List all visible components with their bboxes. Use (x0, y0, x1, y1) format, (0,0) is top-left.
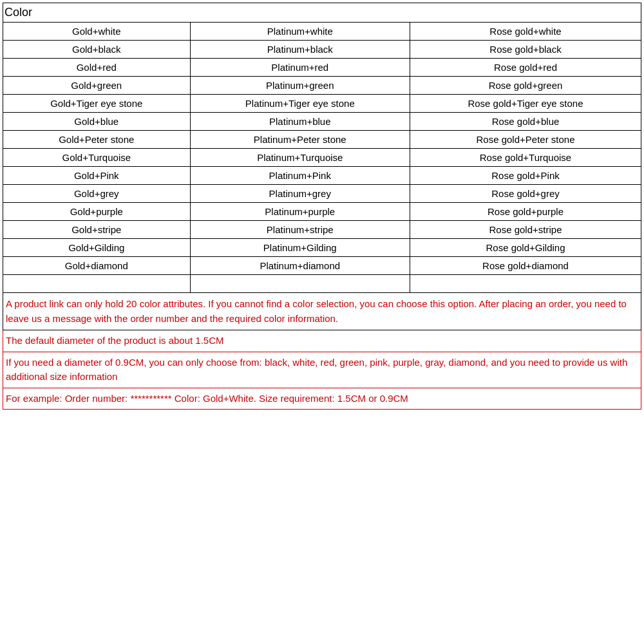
table-row: Gold+PinkPlatinum+PinkRose gold+Pink (3, 167, 641, 185)
table-row: Gold+GildingPlatinum+GildingRose gold+Gi… (3, 239, 641, 257)
table-cell: Gold+blue (3, 113, 191, 131)
section-title: Color (3, 3, 641, 22)
table-cell: Platinum+Turquoise (190, 149, 410, 167)
table-row: Gold+stripePlatinum+stripeRose gold+stri… (3, 221, 641, 239)
table-cell-empty (190, 275, 410, 293)
table-cell: Rose gold+Turquoise (410, 149, 641, 167)
table-cell: Platinum+Gilding (190, 239, 410, 257)
table-cell: Rose gold+diamond (410, 257, 641, 275)
table-cell: Rose gold+stripe (410, 221, 641, 239)
notice-2-text: The default diameter of the product is a… (6, 334, 638, 348)
table-cell: Platinum+purple (190, 203, 410, 221)
notice-3-text: If you need a diameter of 0.9CM, you can… (6, 355, 638, 384)
notice-1-text: A product link can only hold 20 color at… (6, 297, 638, 326)
notice-2-box: The default diameter of the product is a… (3, 330, 641, 352)
table-cell: Rose gold+Tiger eye stone (410, 95, 641, 113)
table-cell: Rose gold+Gilding (410, 239, 641, 257)
table-cell: Platinum+diamond (190, 257, 410, 275)
table-cell: Platinum+blue (190, 113, 410, 131)
table-row: Gold+greyPlatinum+greyRose gold+grey (3, 185, 641, 203)
notice-4-box: For example: Order number: *********** C… (3, 388, 641, 410)
table-cell: Platinum+black (190, 41, 410, 59)
table-cell: Platinum+grey (190, 185, 410, 203)
table-cell: Gold+Peter stone (3, 131, 191, 149)
table-cell: Platinum+white (190, 23, 410, 41)
table-cell: Gold+Tiger eye stone (3, 95, 191, 113)
table-cell: Gold+white (3, 23, 191, 41)
table-row: Gold+purplePlatinum+purpleRose gold+purp… (3, 203, 641, 221)
table-cell: Platinum+green (190, 77, 410, 95)
table-cell: Rose gold+Pink (410, 167, 641, 185)
table-cell: Platinum+Tiger eye stone (190, 95, 410, 113)
table-row: Gold+blackPlatinum+blackRose gold+black (3, 41, 641, 59)
table-cell: Rose gold+grey (410, 185, 641, 203)
notice-box: A product link can only hold 20 color at… (3, 293, 641, 330)
table-cell: Gold+diamond (3, 257, 191, 275)
table-cell: Rose gold+white (410, 23, 641, 41)
table-cell: Platinum+Pink (190, 167, 410, 185)
table-cell: Rose gold+red (410, 59, 641, 77)
table-cell: Gold+red (3, 59, 191, 77)
table-cell: Rose gold+purple (410, 203, 641, 221)
page-wrapper: Color Gold+whitePlatinum+whiteRose gold+… (0, 0, 644, 412)
table-empty-row (3, 275, 641, 293)
table-cell: Gold+grey (3, 185, 191, 203)
notice-4-text: For example: Order number: *********** C… (6, 392, 638, 406)
table-row: Gold+Peter stonePlatinum+Peter stoneRose… (3, 131, 641, 149)
table-cell: Gold+black (3, 41, 191, 59)
table-cell: Gold+Turquoise (3, 149, 191, 167)
table-cell: Rose gold+Peter stone (410, 131, 641, 149)
table-cell: Platinum+Peter stone (190, 131, 410, 149)
table-row: Gold+diamondPlatinum+diamondRose gold+di… (3, 257, 641, 275)
table-cell: Rose gold+black (410, 41, 641, 59)
table-cell-empty (410, 275, 641, 293)
table-cell: Gold+green (3, 77, 191, 95)
table-cell: Gold+Pink (3, 167, 191, 185)
table-cell: Gold+Gilding (3, 239, 191, 257)
table-cell: Platinum+stripe (190, 221, 410, 239)
color-table: Gold+whitePlatinum+whiteRose gold+whiteG… (3, 22, 641, 293)
table-row: Gold+TurquoisePlatinum+TurquoiseRose gol… (3, 149, 641, 167)
table-cell: Gold+stripe (3, 221, 191, 239)
table-row: Gold+bluePlatinum+blueRose gold+blue (3, 113, 641, 131)
table-cell-empty (3, 275, 191, 293)
table-cell: Platinum+red (190, 59, 410, 77)
table-row: Gold+whitePlatinum+whiteRose gold+white (3, 23, 641, 41)
table-row: Gold+greenPlatinum+greenRose gold+green (3, 77, 641, 95)
notice-3-box: If you need a diameter of 0.9CM, you can… (3, 352, 641, 388)
table-cell: Rose gold+blue (410, 113, 641, 131)
table-row: Gold+redPlatinum+redRose gold+red (3, 59, 641, 77)
table-cell: Gold+purple (3, 203, 191, 221)
table-cell: Rose gold+green (410, 77, 641, 95)
table-row: Gold+Tiger eye stonePlatinum+Tiger eye s… (3, 95, 641, 113)
